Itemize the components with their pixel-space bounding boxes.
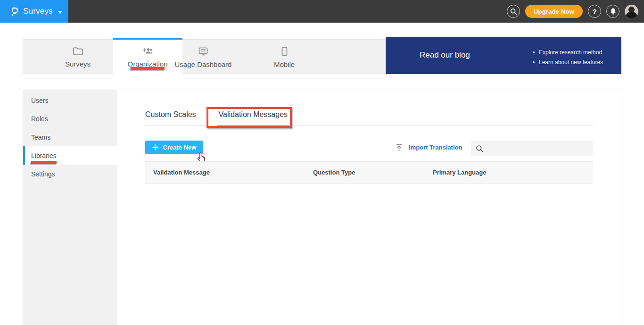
blog-bullet-text: Explore research method <box>539 49 602 56</box>
blog-bullet-text: Learn about new features <box>539 59 603 66</box>
bullet-dot <box>533 51 535 53</box>
create-new-label: Create New <box>163 144 197 151</box>
sidebar-item-libraries[interactable]: Libraries <box>23 146 117 165</box>
sidebar-item-label: Roles <box>31 115 48 123</box>
validation-table-header: Validation Message Question Type Primary… <box>145 161 593 183</box>
avatar-head <box>628 7 635 13</box>
tab-custom-scales[interactable]: Custom Scales <box>145 110 196 126</box>
sidebar-item-label: Teams <box>31 133 50 141</box>
search-input[interactable] <box>487 141 593 156</box>
bullet-dot <box>533 61 535 63</box>
dashboard-icon <box>198 47 209 56</box>
notifications-button[interactable] <box>606 5 619 18</box>
plus-icon <box>152 144 158 150</box>
annotation-underline-libraries <box>31 161 57 164</box>
sidebar-item-roles[interactable]: Roles <box>23 109 117 128</box>
sidebar-item-teams[interactable]: Teams <box>23 128 117 146</box>
mobile-icon <box>281 47 288 56</box>
top-bar: Surveys Upgrade Now ? <box>0 0 644 23</box>
nav-tab-surveys[interactable]: Surveys <box>43 40 113 75</box>
sidebar-item-label: Libraries <box>31 152 57 159</box>
avatar[interactable] <box>625 5 638 18</box>
blog-title: Read our blog <box>420 50 470 60</box>
sidebar-item-label: Settings <box>31 170 55 178</box>
annotation-box-validation-messages <box>206 107 292 128</box>
sidebar-item-settings[interactable]: Settings <box>23 165 117 183</box>
bell-icon <box>610 8 617 15</box>
add-people-icon <box>141 47 154 56</box>
caret-down-icon <box>58 7 63 16</box>
import-translation-label: Import Translation <box>409 144 462 151</box>
blog-bullets: Explore research method Learn about new … <box>533 47 603 67</box>
avatar-body <box>626 12 637 18</box>
nav-tab-usage-dashboard[interactable]: Usage Dashboard <box>157 40 249 75</box>
search-icon <box>476 145 483 152</box>
search-button[interactable] <box>507 5 520 18</box>
nav-tab-mobile[interactable]: Mobile <box>249 40 319 75</box>
create-new-button[interactable]: Create New <box>145 141 203 154</box>
folder-icon <box>73 47 83 56</box>
upgrade-now-button[interactable]: Upgrade Now <box>525 5 583 18</box>
help-icon: ? <box>592 8 596 16</box>
column-header-primary-language: Primary Language <box>433 169 486 176</box>
sidebar-item-label: Users <box>31 97 49 104</box>
help-button[interactable]: ? <box>588 5 601 18</box>
column-header-question-type: Question Type <box>313 169 355 176</box>
blog-bullet-item: Explore research method <box>533 47 603 57</box>
settings-sidebar: Users Roles Teams Libraries Settings <box>23 90 117 325</box>
search-field[interactable] <box>471 141 593 156</box>
questionpro-logo-icon <box>10 6 19 17</box>
nav-tab-label: Usage Dashboard <box>175 60 232 68</box>
search-icon <box>510 8 517 15</box>
sidebar-item-users[interactable]: Users <box>23 91 117 109</box>
nav-tab-label: Mobile <box>274 60 295 68</box>
main-panel: Users Roles Teams Libraries Settings Cus… <box>23 90 621 325</box>
app-screen: Surveys Upgrade Now ? <box>0 0 644 325</box>
topbar-actions: Upgrade Now ? <box>507 0 638 23</box>
import-translation-link[interactable]: Import Translation <box>396 143 462 151</box>
product-switcher[interactable]: Surveys <box>0 0 68 23</box>
import-icon <box>396 143 403 151</box>
column-header-validation-message: Validation Message <box>153 169 210 176</box>
blog-banner[interactable]: Read our blog Explore research method Le… <box>386 37 621 74</box>
product-name: Surveys <box>23 7 53 16</box>
blog-bullet-item: Learn about new features <box>533 57 603 67</box>
nav-tab-label: Surveys <box>65 60 91 68</box>
